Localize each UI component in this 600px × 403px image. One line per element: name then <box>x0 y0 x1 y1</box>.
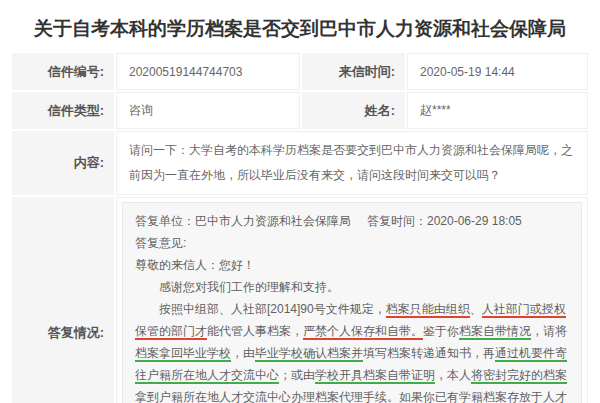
reply-text: 、 <box>470 302 482 316</box>
table-row-reply: 答复情况: 答复单位：巴中市人力资源和社会保障局答复时间：2020-06-29 … <box>12 197 588 403</box>
annotated-text-green: 毕业学校确认档案并 <box>255 346 363 362</box>
field-value-letter-number: 20200519144744703 <box>116 53 300 90</box>
reply-text: 填写档案转递通知书，再 <box>363 346 495 360</box>
reply-text: ，由 <box>231 346 255 360</box>
reply-box: 答复单位：巴中市人力资源和社会保障局答复时间：2020-06-29 18:05 … <box>122 202 582 403</box>
field-value-letter-type: 咨询 <box>116 92 300 129</box>
reply-time-label: 答复时间： <box>367 214 427 228</box>
reply-thanks-line: 感谢您对我们工作的理解和支持。 <box>135 276 569 298</box>
letter-detail-page: 关于自考本科的学历档案是否交到巴中市人力资源和社会保障局 信件编号: 20200… <box>0 16 600 403</box>
reply-paragraph: 按照中组部、人社部[2014]90号文件规定，档案只能由组织、人社部门或授权保管… <box>135 298 569 403</box>
letter-detail-table: 信件编号: 20200519144744703 来信时间: 2020-05-19… <box>10 51 590 403</box>
reply-text: 鉴于你 <box>423 324 459 338</box>
field-value-content: 请问一下：大学自考的本科学历档案是否要交到巴中市人力资源和社会保障局呢，之前因为… <box>116 131 588 195</box>
annotated-text-green: 档案拿回毕业学校 <box>135 346 231 362</box>
annotated-text-green: 学校开具档案自带证明 <box>315 368 435 384</box>
annotated-text-red: 严禁个人保存和自带。 <box>303 324 423 340</box>
annotated-text-green: 档案自带情况 <box>459 324 531 340</box>
field-value-name: 赵**** <box>407 92 588 129</box>
field-label-letter-time: 来信时间: <box>302 53 405 90</box>
table-row-content: 内容: 请问一下：大学自考的本科学历档案是否要交到巴中市人力资源和社会保障局呢，… <box>12 131 588 195</box>
reply-text: ，请将 <box>531 324 567 338</box>
field-label-name: 姓名: <box>302 92 405 129</box>
reply-salutation: 尊敬的来信人：您好！ <box>135 254 569 276</box>
table-row-type-name: 信件类型: 咨询 姓名: 赵**** <box>12 92 588 129</box>
reply-unit-value: 巴中市人力资源和社会保障局 <box>195 214 351 228</box>
field-value-letter-time: 2020-05-19 14:44 <box>407 53 588 90</box>
annotated-text-red: 档案只能由组织 <box>386 302 470 318</box>
reply-text: 按照中组部、人社部[2014]90号文件规定， <box>159 302 386 316</box>
reply-time-value: 2020-06-29 18:05 <box>427 214 522 228</box>
reply-meta-line: 答复单位：巴中市人力资源和社会保障局答复时间：2020-06-29 18:05 <box>135 210 569 232</box>
field-label-content: 内容: <box>12 131 114 195</box>
reply-text: ；或由 <box>279 368 315 382</box>
field-label-letter-number: 信件编号: <box>12 53 114 90</box>
field-label-letter-type: 信件类型: <box>12 92 114 129</box>
field-value-reply: 答复单位：巴中市人力资源和社会保障局答复时间：2020-06-29 18:05 … <box>116 197 588 403</box>
reply-text: ，本人 <box>435 368 471 382</box>
reply-opinion-label: 答复意见: <box>135 232 569 254</box>
reply-unit-label: 答复单位： <box>135 214 195 228</box>
reply-text: 能代管人事档案， <box>207 324 303 338</box>
table-row-number-time: 信件编号: 20200519144744703 来信时间: 2020-05-19… <box>12 53 588 90</box>
page-title: 关于自考本科的学历档案是否交到巴中市人力资源和社会保障局 <box>0 16 600 42</box>
field-label-reply: 答复情况: <box>12 197 114 403</box>
